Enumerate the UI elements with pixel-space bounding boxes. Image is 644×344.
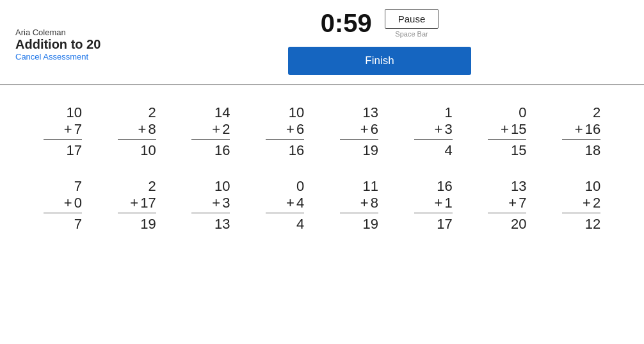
plus-sign: + xyxy=(286,195,294,211)
plus-sign: + xyxy=(360,121,369,138)
plus-sign: + xyxy=(138,121,147,138)
plus-sign: + xyxy=(130,195,138,211)
answer: 10 xyxy=(140,142,156,159)
problem-line xyxy=(266,213,304,213)
answer: 12 xyxy=(585,216,600,233)
user-name: Aria Coleman xyxy=(15,28,131,37)
problem-line xyxy=(340,139,378,140)
top-number: 2 xyxy=(148,104,156,121)
finish-button[interactable]: Finish xyxy=(288,47,471,75)
problems-area: 10 + 7 17 2 + 8 10 14 + 2 16 10 + 6 16 1 xyxy=(0,85,644,265)
problem-line xyxy=(44,139,82,140)
top-number: 10 xyxy=(66,104,81,121)
top-number: 10 xyxy=(289,104,304,121)
top-number: 13 xyxy=(511,178,526,195)
problem-line xyxy=(191,139,230,140)
problem: 2 + 17 19 xyxy=(118,178,156,233)
bottom-number: + 4 xyxy=(286,195,304,211)
answer: 16 xyxy=(289,142,304,159)
bottom-number: + 3 xyxy=(212,195,230,211)
top-number: 16 xyxy=(437,178,452,195)
answer: 17 xyxy=(66,142,81,159)
bottom-number: + 3 xyxy=(435,121,453,138)
bottom-number: + 1 xyxy=(435,195,453,211)
finish-row: Finish xyxy=(288,38,471,80)
bottom-number: + 15 xyxy=(501,121,526,138)
problem: 14 + 2 16 xyxy=(191,104,230,159)
top-number: 10 xyxy=(214,178,230,195)
bottom-number: + 17 xyxy=(130,195,156,211)
answer: 16 xyxy=(214,142,230,159)
bottom-number: + 7 xyxy=(64,121,82,138)
top-number: 0 xyxy=(519,104,526,121)
problem-line xyxy=(562,213,600,213)
problem: 0 + 15 15 xyxy=(488,104,526,159)
problem-line xyxy=(340,213,378,213)
problem: 7 + 0 7 xyxy=(44,178,82,233)
problem: 2 + 16 18 xyxy=(562,104,600,159)
bottom-number: + 0 xyxy=(64,195,82,211)
problem: 10 + 3 13 xyxy=(191,178,230,233)
problem-line xyxy=(488,139,526,140)
left-section: Aria Coleman Addition to 20 Cancel Asses… xyxy=(15,28,131,61)
problem-line xyxy=(191,213,230,213)
bottom-number: + 6 xyxy=(360,121,378,138)
pause-button[interactable]: Pause xyxy=(385,9,439,29)
problem: 2 + 8 10 xyxy=(118,104,156,159)
answer: 13 xyxy=(214,216,230,233)
spacebar-hint: Space Bar xyxy=(395,30,428,38)
cancel-assessment-link[interactable]: Cancel Assessment xyxy=(15,52,131,61)
problem-line xyxy=(118,213,156,213)
plus-sign: + xyxy=(212,121,220,138)
problem-row-1: 10 + 7 17 2 + 8 10 14 + 2 16 10 + 6 16 1 xyxy=(26,104,618,159)
problem: 11 + 8 19 xyxy=(340,178,378,233)
timer-display: 0:59 xyxy=(321,9,372,38)
plus-sign: + xyxy=(435,121,443,138)
plus-sign: + xyxy=(435,195,443,211)
plus-sign: + xyxy=(508,195,517,211)
problem-line xyxy=(562,139,600,140)
top-number: 0 xyxy=(296,178,304,195)
answer: 20 xyxy=(511,216,526,233)
problem: 13 + 7 20 xyxy=(488,178,526,233)
top-number: 13 xyxy=(362,104,378,121)
problem: 1 + 3 4 xyxy=(414,104,453,159)
problem-line xyxy=(266,139,304,140)
answer: 4 xyxy=(296,216,304,233)
answer: 18 xyxy=(585,142,600,159)
problem: 10 + 6 16 xyxy=(266,104,304,159)
middle-section: 0:59 Pause Space Bar Finish xyxy=(131,9,629,80)
problem-line xyxy=(118,139,156,140)
plus-sign: + xyxy=(583,195,591,211)
answer: 7 xyxy=(74,216,82,233)
top-number: 10 xyxy=(585,178,600,195)
bottom-number: + 8 xyxy=(360,195,378,211)
plus-sign: + xyxy=(286,121,294,138)
problem: 10 + 2 12 xyxy=(562,178,600,233)
problem-row-2: 7 + 0 7 2 + 17 19 10 + 3 13 0 + 4 4 11 xyxy=(26,178,618,233)
bottom-number: + 7 xyxy=(508,195,526,211)
bottom-number: + 16 xyxy=(575,121,600,138)
problem: 16 + 1 17 xyxy=(414,178,453,233)
top-number: 14 xyxy=(214,104,230,121)
bottom-number: + 8 xyxy=(138,121,156,138)
plus-sign: + xyxy=(360,195,369,211)
answer: 4 xyxy=(444,142,452,159)
plus-sign: + xyxy=(64,121,72,138)
assessment-title: Addition to 20 xyxy=(15,37,131,52)
top-number: 7 xyxy=(74,178,82,195)
plus-sign: + xyxy=(575,121,583,138)
bottom-number: + 6 xyxy=(286,121,304,138)
answer: 19 xyxy=(362,142,378,159)
plus-sign: + xyxy=(501,121,509,138)
bottom-number: + 2 xyxy=(583,195,600,211)
answer: 15 xyxy=(511,142,526,159)
bottom-number: + 2 xyxy=(212,121,230,138)
top-number: 2 xyxy=(148,178,156,195)
top-number: 1 xyxy=(444,104,452,121)
plus-sign: + xyxy=(64,195,72,211)
problem-line xyxy=(488,213,526,213)
problem: 10 + 7 17 xyxy=(44,104,82,159)
problem-line xyxy=(414,139,453,140)
top-number: 2 xyxy=(593,104,600,121)
